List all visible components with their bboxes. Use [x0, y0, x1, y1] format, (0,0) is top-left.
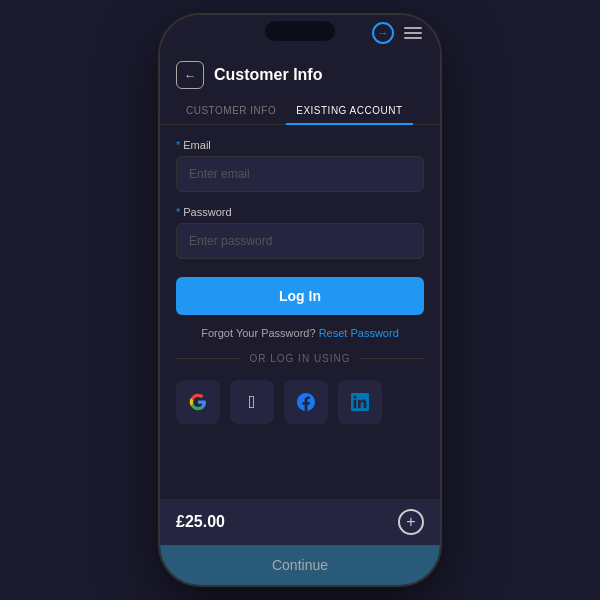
notch — [265, 21, 335, 41]
login-button[interactable]: Log In — [176, 277, 424, 315]
form-area: *Email *Password Log In Forgot Your Pass… — [160, 139, 440, 499]
page-title: Customer Info — [214, 66, 322, 84]
reset-password-link[interactable]: Reset Password — [319, 327, 399, 339]
phone-top-bar: → — [160, 15, 440, 51]
back-button[interactable]: ← — [176, 61, 204, 89]
apple-login-button[interactable]:  — [230, 380, 274, 424]
add-button[interactable]: + — [398, 509, 424, 535]
top-right-icons: → — [372, 22, 422, 44]
divider-line-left — [176, 358, 241, 359]
email-input[interactable] — [176, 156, 424, 192]
screen: ← Customer Info CUSTOMER INFO EXISTING A… — [160, 51, 440, 585]
linkedin-icon — [351, 393, 369, 411]
google-login-button[interactable] — [176, 380, 220, 424]
forgot-password-row: Forgot Your Password? Reset Password — [176, 327, 424, 339]
tab-bar: CUSTOMER INFO EXISTING ACCOUNT — [160, 97, 440, 125]
linkedin-login-button[interactable] — [338, 380, 382, 424]
facebook-icon — [297, 393, 315, 411]
footer-price-bar: £25.00 + — [160, 499, 440, 545]
password-label: *Password — [176, 206, 424, 218]
tab-customer-info[interactable]: CUSTOMER INFO — [176, 97, 286, 124]
tab-existing-account[interactable]: EXISTING ACCOUNT — [286, 97, 412, 124]
price-display: £25.00 — [176, 513, 225, 531]
apple-icon:  — [249, 392, 256, 413]
login-icon[interactable]: → — [372, 22, 394, 44]
email-field-group: *Email — [176, 139, 424, 192]
divider-line-right — [359, 358, 424, 359]
password-field-group: *Password — [176, 206, 424, 259]
phone-frame: → ← Customer Info CUSTOMER INFO EXISTING… — [160, 15, 440, 585]
email-label: *Email — [176, 139, 424, 151]
or-text: OR LOG IN USING — [249, 353, 350, 364]
password-input[interactable] — [176, 223, 424, 259]
hamburger-menu-icon[interactable] — [404, 27, 422, 39]
or-divider: OR LOG IN USING — [176, 353, 424, 364]
page-header: ← Customer Info — [160, 51, 440, 97]
continue-button[interactable]: Continue — [160, 545, 440, 585]
google-icon — [189, 393, 207, 411]
facebook-login-button[interactable] — [284, 380, 328, 424]
social-login-buttons:  — [176, 380, 424, 424]
